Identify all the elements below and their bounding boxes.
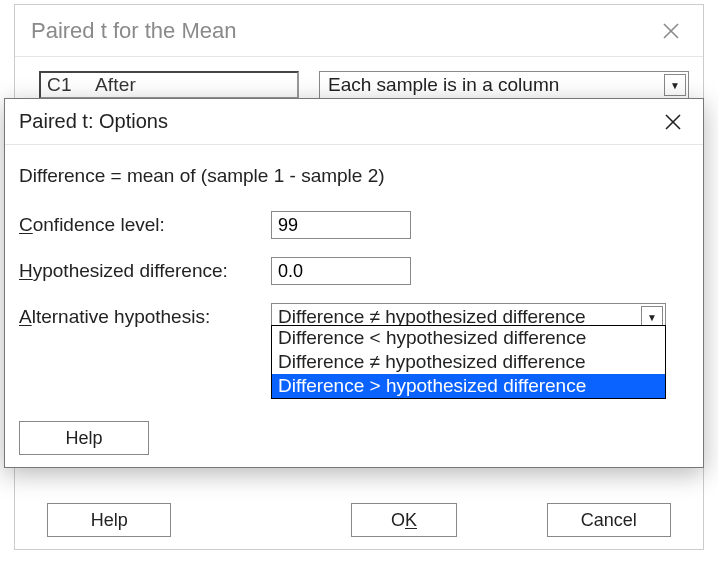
- options-help-row: Help: [19, 421, 149, 455]
- hypothesized-difference-row: Hypothesized difference:: [19, 257, 689, 285]
- options-titlebar: Paired t: Options: [5, 99, 703, 145]
- parent-cancel-button[interactable]: Cancel: [547, 503, 671, 537]
- hypothesized-difference-label: Hypothesized difference:: [19, 260, 271, 282]
- dropdown-option[interactable]: Difference < hypothesized difference: [272, 326, 665, 350]
- parent-button-row: Help OK Cancel: [15, 503, 703, 537]
- alternative-hypothesis-dropdown: Difference < hypothesized difference Dif…: [271, 325, 666, 399]
- layout-select[interactable]: Each sample is in a column ▼: [319, 71, 689, 99]
- options-body: Difference = mean of (sample 1 - sample …: [5, 145, 703, 467]
- options-dialog: Paired t: Options Difference = mean of (…: [4, 98, 704, 468]
- button-label: OK: [391, 510, 417, 531]
- close-icon: [662, 22, 680, 40]
- confidence-level-label: Confidence level:: [19, 214, 271, 236]
- hypothesized-difference-input[interactable]: [271, 257, 411, 285]
- parent-help-button[interactable]: Help: [47, 503, 171, 537]
- options-close-button[interactable]: [653, 102, 693, 142]
- button-label: Help: [65, 428, 102, 449]
- column-name: After: [95, 74, 136, 96]
- close-icon: [664, 113, 682, 131]
- confidence-level-row: Confidence level:: [19, 211, 689, 239]
- layout-select-value: Each sample is in a column: [328, 74, 559, 96]
- difference-definition-text: Difference = mean of (sample 1 - sample …: [19, 165, 689, 187]
- button-label: Cancel: [581, 510, 637, 531]
- column-list-item[interactable]: C1 After: [39, 71, 299, 99]
- parent-ok-button[interactable]: OK: [351, 503, 456, 537]
- chevron-down-icon: ▼: [664, 74, 686, 96]
- alternative-hypothesis-label: Alternative hypothesis:: [19, 306, 271, 328]
- parent-titlebar: Paired t for the Mean: [15, 5, 703, 57]
- column-id: C1: [47, 74, 95, 96]
- dropdown-option[interactable]: Difference ≠ hypothesized difference: [272, 350, 665, 374]
- parent-body: C1 After Each sample is in a column ▼: [15, 57, 703, 89]
- button-label: Help: [91, 510, 128, 531]
- confidence-level-input[interactable]: [271, 211, 411, 239]
- options-title: Paired t: Options: [19, 110, 653, 133]
- options-help-button[interactable]: Help: [19, 421, 149, 455]
- parent-title: Paired t for the Mean: [31, 18, 651, 44]
- parent-close-button[interactable]: [651, 11, 691, 51]
- dropdown-option-highlighted[interactable]: Difference > hypothesized difference: [272, 374, 665, 398]
